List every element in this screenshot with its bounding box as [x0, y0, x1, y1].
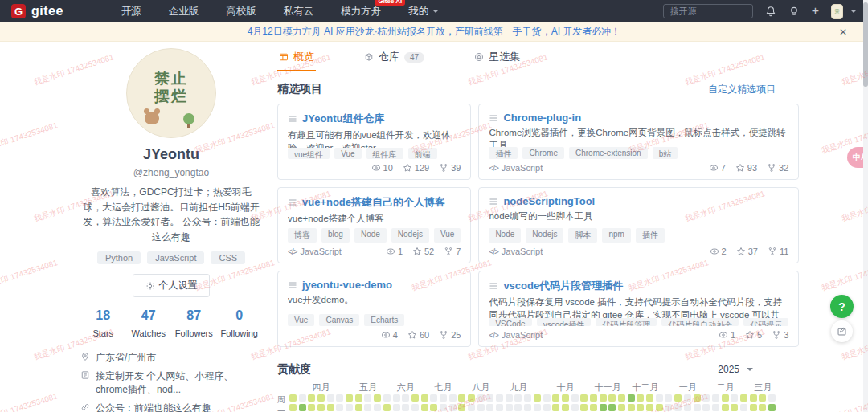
contribution-cell[interactable]: [430, 404, 437, 411]
project-title-link[interactable]: nodeScriptingTool: [489, 195, 788, 207]
fork-count[interactable]: 39: [439, 163, 461, 173]
project-title-link[interactable]: vscode代码片段管理插件: [489, 279, 788, 293]
project-title-link[interactable]: vue+node搭建自己的个人博客: [288, 195, 461, 210]
contribution-cell[interactable]: [374, 394, 381, 402]
nav-item-2[interactable]: 企业版: [169, 5, 199, 18]
project-tag[interactable]: 代码片段自动补全: [661, 318, 739, 326]
stat-value[interactable]: 47: [126, 308, 172, 323]
stat-value[interactable]: 0: [217, 308, 263, 323]
project-tag[interactable]: Node: [354, 228, 387, 243]
contribution-cell[interactable]: [317, 394, 325, 402]
contribution-cell[interactable]: [364, 404, 371, 411]
contribution-cell[interactable]: [346, 394, 353, 402]
project-tag[interactable]: Chrome-extension: [569, 147, 648, 159]
project-tag[interactable]: vscode插件: [537, 318, 592, 326]
contribution-cell[interactable]: [665, 404, 672, 411]
project-tag[interactable]: Canvas: [319, 314, 359, 326]
project-tag[interactable]: 脚本: [568, 228, 597, 243]
project-tag[interactable]: Vue: [434, 228, 461, 243]
fork-count[interactable]: 3: [772, 330, 788, 340]
contribution-cell[interactable]: [600, 394, 607, 402]
tab-概览[interactable]: 概览: [277, 48, 316, 71]
contribution-cell[interactable]: [336, 394, 343, 402]
contribution-cell[interactable]: [712, 394, 719, 402]
contribution-cell[interactable]: [618, 394, 625, 402]
project-tag[interactable]: 博客: [288, 228, 317, 243]
contribution-cell[interactable]: [308, 394, 315, 402]
project-tag[interactable]: blog: [321, 228, 350, 243]
page-scrollbar[interactable]: [863, 0, 868, 412]
avatar[interactable]: 禁止 摆烂: [126, 48, 216, 138]
star-count[interactable]: 60: [407, 330, 429, 340]
personal-settings-button[interactable]: 个人设置: [133, 274, 210, 297]
contribution-cell[interactable]: [608, 394, 616, 402]
contribution-cell[interactable]: [421, 404, 428, 411]
stat-value[interactable]: 87: [171, 308, 217, 323]
contribution-cell[interactable]: [600, 404, 607, 411]
project-tag[interactable]: vue组件: [288, 148, 330, 159]
contribution-cell[interactable]: [674, 404, 682, 411]
project-tag[interactable]: Echarts: [364, 314, 404, 326]
contribution-cell[interactable]: [486, 404, 493, 411]
tab-星选集[interactable]: 星选集: [473, 48, 522, 71]
contribution-cell[interactable]: [656, 404, 663, 411]
contribution-cell[interactable]: [534, 404, 541, 411]
nav-item-4[interactable]: 私有云: [284, 5, 314, 18]
fork-count[interactable]: 25: [439, 330, 461, 340]
contribution-cell[interactable]: [374, 404, 381, 411]
menu-icon[interactable]: [489, 197, 498, 206]
contribution-cell[interactable]: [740, 394, 747, 402]
help-button[interactable]: ?: [830, 295, 854, 318]
contribution-cell[interactable]: [299, 404, 306, 411]
contribution-cell[interactable]: [562, 394, 569, 402]
contribution-cell[interactable]: [750, 404, 757, 411]
contribution-cell[interactable]: [628, 404, 635, 411]
project-tag[interactable]: 组件库: [366, 148, 403, 159]
contribution-cell[interactable]: [411, 404, 419, 411]
contribution-cell[interactable]: [421, 394, 428, 402]
contribution-cell[interactable]: [440, 394, 447, 402]
project-title-link[interactable]: jyeontu-vue-demo: [288, 279, 461, 291]
contribution-cell[interactable]: [514, 394, 522, 402]
contribution-cell[interactable]: [336, 404, 343, 411]
contribution-cell[interactable]: [468, 394, 475, 402]
contribution-cell[interactable]: [731, 394, 738, 402]
contribution-cell[interactable]: [383, 394, 391, 402]
contribution-cell[interactable]: [402, 404, 409, 411]
contribution-cell[interactable]: [702, 394, 710, 402]
contribution-cell[interactable]: [571, 394, 579, 402]
contribution-cell[interactable]: [768, 394, 776, 402]
star-count[interactable]: 129: [403, 163, 429, 173]
contribution-cell[interactable]: [637, 404, 644, 411]
project-tag[interactable]: 代码片段管理: [596, 318, 657, 326]
contribution-cell[interactable]: [571, 404, 579, 411]
contribution-cell[interactable]: [496, 404, 503, 411]
contribution-cell[interactable]: [646, 404, 653, 411]
contribution-cell[interactable]: [524, 404, 531, 411]
contribution-cell[interactable]: [722, 404, 729, 411]
project-tag[interactable]: Node: [489, 228, 521, 243]
project-tag[interactable]: 插件: [489, 147, 518, 159]
project-tag[interactable]: Nodejs: [391, 228, 429, 243]
navbar-avatar[interactable]: 禁: [831, 4, 843, 19]
contribution-cell[interactable]: [458, 394, 465, 402]
contribution-cell[interactable]: [656, 394, 663, 402]
contribution-cell[interactable]: [289, 404, 297, 411]
project-tag[interactable]: Vue: [334, 148, 361, 159]
contribution-cell[interactable]: [580, 394, 588, 402]
watch-count[interactable]: 2: [710, 247, 727, 256]
contribution-cell[interactable]: [514, 404, 522, 411]
bulb-icon[interactable]: [788, 6, 800, 17]
scrollbar-thumb[interactable]: [863, 2, 868, 87]
contribution-cell[interactable]: [411, 394, 419, 402]
contribution-cell[interactable]: [317, 404, 325, 411]
search-input[interactable]: [663, 4, 753, 18]
contribution-cell[interactable]: [694, 394, 701, 402]
star-count[interactable]: 37: [736, 247, 758, 256]
contribution-cell[interactable]: [299, 394, 306, 402]
contribution-cell[interactable]: [393, 394, 400, 402]
contribution-cell[interactable]: [383, 404, 391, 411]
project-tag[interactable]: npm: [602, 228, 630, 243]
project-tag[interactable]: VSCode: [489, 318, 531, 326]
contribution-cell[interactable]: [477, 404, 485, 411]
